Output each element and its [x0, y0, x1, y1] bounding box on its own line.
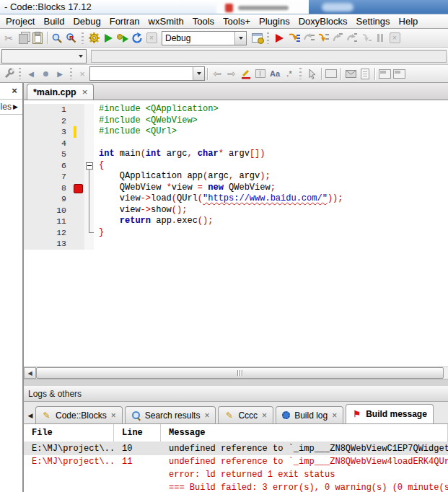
regex-icon[interactable]: .* — [282, 66, 297, 81]
editor-tab-close-icon[interactable]: × — [82, 87, 88, 97]
log-tab-search-results[interactable]: Search results × — [125, 406, 216, 423]
marker-margin[interactable] — [73, 171, 84, 183]
log-tab-build-message[interactable]: ⚑ Build message — [346, 404, 434, 423]
hscroll-thumb[interactable] — [36, 367, 444, 379]
logs-tab-scroll-left-icon[interactable]: ◀ — [25, 408, 35, 423]
step-out-icon[interactable] — [330, 31, 344, 45]
line-number[interactable]: 5 — [24, 149, 73, 160]
editor-horizontal-scrollbar[interactable]: ◀ — [24, 366, 448, 379]
scope-combo-dropdown-button[interactable] — [75, 50, 86, 63]
marker-margin[interactable] — [73, 238, 84, 250]
editor-line[interactable]: 7 QApplication app(argc, argv); — [24, 171, 448, 183]
log-tab-cccc[interactable]: ✎ Cccc × — [218, 406, 273, 423]
search-forward-icon[interactable]: ⇨ — [224, 66, 239, 81]
marker-margin[interactable] — [73, 138, 84, 149]
log-tab-code-blocks[interactable]: ✎ Code::Blocks × — [35, 406, 123, 423]
marker-margin[interactable] — [73, 160, 84, 172]
incsearch-clear-icon[interactable]: × — [75, 66, 89, 81]
function-combo[interactable] — [91, 50, 447, 63]
log-tab-close-icon[interactable]: × — [111, 410, 116, 421]
menu-item-project[interactable]: Project — [1, 15, 39, 27]
menu-item-doxyblocks[interactable]: DoxyBlocks — [294, 15, 352, 27]
abort-icon[interactable]: × — [144, 31, 159, 45]
marker-margin[interactable] — [73, 126, 84, 138]
management-close-button[interactable]: × — [9, 85, 20, 96]
log-tab-build-log[interactable]: Build log × — [276, 406, 343, 423]
line-number[interactable]: 8 — [24, 183, 73, 194]
search-back-icon[interactable]: ⇦ — [210, 66, 224, 81]
pause-icon[interactable] — [373, 31, 387, 45]
menu-item-settings[interactable]: Settings — [352, 15, 395, 27]
environment-settings-wrench-icon[interactable] — [1, 66, 16, 81]
toolbar-grip[interactable] — [267, 32, 269, 44]
editor-line[interactable]: 2 #include <QWebView> — [24, 115, 448, 127]
fold-margin[interactable] — [84, 160, 94, 172]
editor-line[interactable]: 6 { — [24, 160, 448, 172]
line-number[interactable]: 3 — [24, 126, 73, 138]
highlight-occurrences-icon[interactable] — [239, 66, 253, 81]
fold-margin[interactable] — [84, 115, 94, 127]
menu-item-plugins[interactable]: Plugins — [255, 15, 294, 27]
log-tab-close-icon[interactable]: × — [262, 410, 267, 421]
build-target-dropdown-button[interactable] — [234, 32, 246, 45]
fold-margin[interactable] — [84, 216, 94, 227]
bookmark-next-icon[interactable]: ▶ — [53, 66, 67, 81]
menu-item-help[interactable]: Help — [395, 15, 423, 27]
wxsmith-panel2-icon[interactable] — [392, 66, 406, 81]
debug-stop-icon[interactable]: × — [387, 31, 402, 45]
run-to-cursor-icon[interactable] — [286, 31, 301, 45]
editor-line[interactable]: 13 — [24, 238, 448, 250]
logs-caption[interactable]: Logs & others — [24, 386, 448, 402]
log-tab-close-icon[interactable]: × — [332, 410, 337, 421]
editor-line[interactable]: 11 return app.exec(); — [24, 216, 448, 227]
fold-margin[interactable] — [84, 104, 94, 115]
line-number[interactable]: 11 — [24, 216, 73, 227]
select-word-icon[interactable] — [253, 66, 268, 81]
cut-icon[interactable]: ✂ — [1, 31, 16, 45]
debug-continue-icon[interactable] — [272, 31, 286, 45]
line-number[interactable]: 2 — [24, 115, 73, 127]
run-icon[interactable] — [101, 31, 115, 45]
wxsmith-pointer-icon[interactable] — [304, 66, 319, 81]
editor-tab-main-cpp[interactable]: *main.cpp × — [27, 84, 94, 100]
menu-item-tools[interactable]: Tools — [188, 15, 219, 27]
step-into-icon[interactable] — [315, 31, 330, 45]
marker-margin[interactable] — [73, 115, 84, 127]
marker-margin[interactable] — [73, 227, 84, 239]
wxsmith-source-icon[interactable] — [358, 66, 372, 81]
table-row[interactable]: === Build failed: 3 error(s), 0 warning(… — [24, 481, 448, 492]
step-into-instruction-icon[interactable] — [359, 31, 373, 45]
marker-margin[interactable] — [73, 149, 84, 160]
table-row[interactable]: error: ld returned 1 exit status — [24, 468, 448, 481]
toolbar-grip[interactable] — [82, 32, 84, 44]
fold-margin[interactable] — [84, 193, 94, 205]
editor-line[interactable]: 3 #include <QUrl> — [24, 126, 448, 138]
replace-icon[interactable]: R — [64, 31, 79, 45]
rebuild-icon[interactable] — [130, 31, 144, 45]
table-row[interactable]: E:\MJ\project\... 11 undefined reference… — [24, 455, 448, 468]
find-icon[interactable] — [50, 31, 64, 45]
match-case-icon[interactable]: Aa — [268, 66, 282, 81]
fold-margin[interactable] — [84, 138, 94, 149]
bookmark-toggle-icon[interactable] — [38, 66, 53, 81]
line-number[interactable]: 9 — [24, 193, 73, 205]
toolbar-grip[interactable] — [19, 68, 21, 79]
editor-line[interactable]: 1 #include <QApplication> — [24, 104, 448, 115]
files-tab-partial[interactable]: iles — [0, 102, 12, 112]
next-instruction-icon[interactable] — [344, 31, 359, 45]
code-editor[interactable]: 1 #include <QApplication> 2 #include <QW… — [24, 100, 448, 366]
tab-scroll-right-icon[interactable]: ▶ — [13, 103, 18, 110]
line-number[interactable]: 1 — [24, 104, 73, 115]
build-target-select[interactable]: Debug — [162, 31, 247, 45]
table-header-row[interactable]: File Line Message — [24, 424, 448, 442]
wxsmith-panel-icon[interactable] — [377, 66, 392, 81]
wxsmith-window-icon[interactable] — [324, 66, 338, 81]
editor-line[interactable]: 5 int main(int argc, char* argv[]) — [24, 149, 448, 160]
line-number[interactable]: 12 — [24, 227, 73, 239]
editor-line[interactable]: 8 QWebView *view = new QWebView; — [24, 183, 448, 194]
fold-margin[interactable] — [84, 126, 94, 138]
fold-margin[interactable] — [84, 227, 94, 239]
line-number[interactable]: 10 — [24, 205, 73, 216]
marker-margin[interactable] — [73, 104, 84, 115]
fold-margin[interactable] — [84, 171, 94, 183]
